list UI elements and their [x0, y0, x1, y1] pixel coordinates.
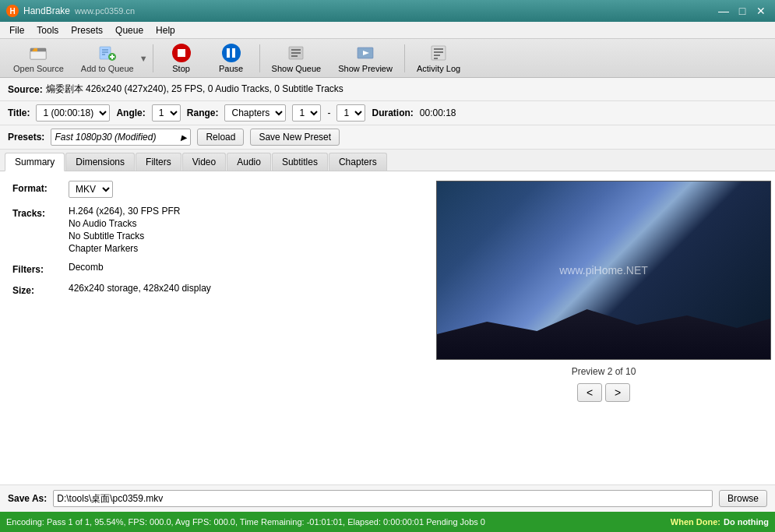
- show-queue-label: Show Queue: [272, 64, 322, 73]
- show-preview-label: Show Preview: [338, 64, 393, 73]
- add-to-queue-arrow[interactable]: ▼: [139, 54, 148, 63]
- presets-label: Presets:: [8, 132, 44, 143]
- show-queue-icon: [287, 44, 305, 62]
- source-label: Source:: [8, 84, 43, 95]
- tab-chapters[interactable]: Chapters: [329, 153, 387, 171]
- track-3: Chapter Markers: [69, 243, 420, 254]
- format-label: Format:: [12, 181, 59, 194]
- window-controls: — □ ✕: [716, 5, 769, 17]
- pause-label: Pause: [219, 64, 243, 73]
- range-separator: -: [327, 107, 330, 118]
- format-select[interactable]: MKV: [69, 181, 113, 198]
- pause-icon: [222, 44, 241, 62]
- main-content: Format: MKV Tracks: H.264 (x264), 30 FPS…: [0, 171, 775, 484]
- size-label: Size:: [12, 283, 59, 296]
- activity-log-button[interactable]: Activity Log: [410, 40, 467, 77]
- open-source-label: Open Source: [13, 64, 64, 73]
- pause-button[interactable]: Pause: [208, 40, 255, 77]
- angle-label: Angle:: [116, 107, 145, 118]
- preset-current: Fast 1080p30 (Modified): [55, 132, 156, 143]
- save-new-preset-button[interactable]: Save New Preset: [250, 129, 340, 146]
- summary-panel: Format: MKV Tracks: H.264 (x264), 30 FPS…: [0, 171, 432, 484]
- chapter-from-select[interactable]: 1: [292, 104, 321, 122]
- preview-nav: < >: [577, 383, 630, 402]
- reload-button[interactable]: Reload: [197, 129, 244, 146]
- menu-queue[interactable]: Queue: [109, 23, 150, 37]
- browse-button[interactable]: Browse: [719, 490, 767, 507]
- add-to-queue-label: Add to Queue: [81, 64, 134, 73]
- filters-value: Decomb: [69, 262, 420, 273]
- range-label: Range:: [187, 107, 219, 118]
- preview-watermark: www.piHome.NET: [559, 264, 648, 277]
- toolbar-separator-3: [404, 44, 405, 72]
- status-text: Encoding: Pass 1 of 1, 95.54%, FPS: 000.…: [6, 517, 661, 527]
- tabs-container: Summary Dimensions Filters Video Audio S…: [0, 150, 775, 171]
- when-done-value: Do nothing: [724, 517, 769, 527]
- show-queue-button[interactable]: Show Queue: [265, 40, 329, 77]
- preview-mountain: [437, 297, 770, 359]
- toolbar: Open Source Add to Queue ▼ Stop: [0, 39, 775, 78]
- chevron-right-icon: ▶: [181, 133, 187, 142]
- stop-button[interactable]: Stop: [158, 40, 205, 77]
- toolbar-separator-2: [259, 44, 260, 72]
- title-range-row: Title: 1 (00:00:18) Angle: 1 Range: Chap…: [0, 101, 775, 125]
- tracks-row: Tracks: H.264 (x264), 30 FPS PFR No Audi…: [12, 206, 420, 254]
- angle-select[interactable]: 1: [152, 104, 181, 122]
- app-title: HandBrake: [23, 5, 70, 16]
- tab-dimensions[interactable]: Dimensions: [65, 153, 135, 171]
- tracks-list: H.264 (x264), 30 FPS PFR No Audio Tracks…: [69, 206, 420, 254]
- preview-panel: www.piHome.NET Preview 2 of 10 < >: [432, 171, 775, 484]
- format-value: MKV: [69, 181, 420, 198]
- preview-prev-button[interactable]: <: [577, 383, 602, 402]
- tab-video[interactable]: Video: [182, 153, 226, 171]
- tab-audio[interactable]: Audio: [227, 153, 271, 171]
- format-row: Format: MKV: [12, 181, 420, 198]
- minimize-button[interactable]: —: [716, 5, 731, 17]
- preset-dropdown[interactable]: Fast 1080p30 (Modified) ▶: [51, 129, 191, 146]
- stop-icon: [172, 44, 191, 62]
- source-bar: Source: 煽委剧本 426x240 (427x240), 25 FPS, …: [0, 78, 775, 101]
- track-0: H.264 (x264), 30 FPS PFR: [69, 206, 420, 217]
- add-to-queue-icon: [98, 44, 117, 62]
- show-preview-button[interactable]: Show Preview: [331, 40, 400, 77]
- title-label: Title:: [8, 107, 30, 118]
- duration-label: Duration:: [372, 107, 413, 118]
- save-as-input[interactable]: [53, 490, 713, 507]
- maximize-button[interactable]: □: [734, 5, 750, 17]
- title-select[interactable]: 1 (00:00:18): [36, 104, 110, 122]
- tracks-label: Tracks:: [12, 206, 59, 219]
- size-value: 426x240 storage, 428x240 display: [69, 283, 420, 294]
- show-preview-icon: [356, 44, 375, 62]
- activity-log-icon: [429, 44, 448, 62]
- tab-filters[interactable]: Filters: [136, 153, 181, 171]
- menu-help[interactable]: Help: [150, 23, 181, 37]
- toolbar-separator-1: [153, 44, 153, 72]
- add-to-queue-button[interactable]: Add to Queue: [74, 40, 141, 77]
- menu-bar: File Tools Presets Queue Help: [0, 22, 775, 39]
- save-as-label: Save As:: [8, 493, 47, 504]
- track-2: No Subtitle Tracks: [69, 231, 420, 241]
- close-button[interactable]: ✕: [753, 5, 769, 17]
- open-source-icon: [29, 44, 48, 62]
- svg-rect-15: [432, 46, 446, 60]
- open-source-button[interactable]: Open Source: [6, 40, 71, 77]
- track-1: No Audio Tracks: [69, 218, 420, 229]
- preview-info: Preview 2 of 10: [572, 366, 636, 377]
- presets-row: Presets: Fast 1080p30 (Modified) ▶ Reloa…: [0, 125, 775, 150]
- tab-summary[interactable]: Summary: [5, 153, 65, 171]
- app-icon: H: [6, 5, 19, 17]
- filters-label: Filters:: [12, 262, 59, 275]
- tab-subtitles[interactable]: Subtitles: [272, 153, 328, 171]
- activity-log-label: Activity Log: [417, 64, 460, 73]
- preview-image: www.piHome.NET: [436, 181, 771, 360]
- menu-file[interactable]: File: [3, 23, 30, 37]
- filters-row: Filters: Decomb: [12, 262, 420, 275]
- watermark-text: www.pc0359.cn: [75, 6, 135, 16]
- size-row: Size: 426x240 storage, 428x240 display: [12, 283, 420, 296]
- save-as-row: Save As: Browse: [0, 484, 775, 512]
- range-select[interactable]: Chapters: [224, 104, 286, 122]
- menu-tools[interactable]: Tools: [30, 23, 65, 37]
- chapter-to-select[interactable]: 1: [336, 104, 365, 122]
- menu-presets[interactable]: Presets: [65, 23, 109, 37]
- preview-next-button[interactable]: >: [605, 383, 630, 402]
